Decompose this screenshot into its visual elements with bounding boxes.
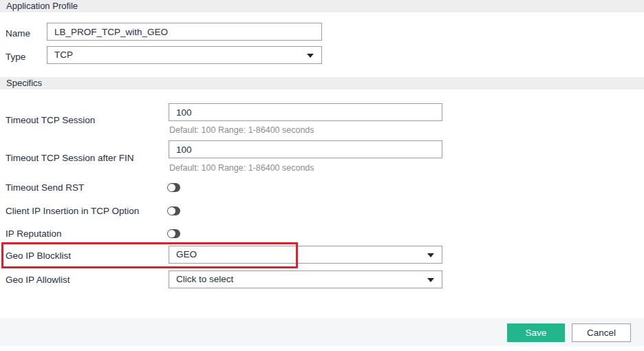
client-ip-insertion-toggle[interactable] <box>167 206 180 215</box>
name-label: Name <box>6 28 30 39</box>
toggle-knob <box>168 230 175 237</box>
toggle-knob <box>168 184 175 191</box>
geo-ip-blocklist-label: Geo IP Blocklist <box>6 251 71 261</box>
save-button[interactable]: Save <box>507 323 565 342</box>
type-select[interactable]: TCP <box>47 46 322 64</box>
timeout-send-rst-label: Timeout Send RST <box>6 182 84 193</box>
application-profile-form: Application Profile Name Type TCP Specif… <box>0 0 644 351</box>
cancel-button[interactable]: Cancel <box>572 323 631 342</box>
geo-ip-blocklist-select[interactable]: GEO <box>169 246 442 264</box>
name-input[interactable] <box>47 23 322 41</box>
timeout-tcp-session-label: Timeout TCP Session <box>6 115 95 125</box>
timeout-send-rst-toggle[interactable] <box>167 183 180 192</box>
geo-ip-allowlist-value: Click to select <box>176 274 233 284</box>
chevron-down-icon <box>427 253 434 257</box>
type-label: Type <box>6 52 25 62</box>
timeout-tcp-session-help: Default: 100 Range: 1-86400 seconds <box>169 125 314 135</box>
ip-reputation-label: IP Reputation <box>6 228 62 239</box>
chevron-down-icon <box>307 54 314 58</box>
geo-ip-blocklist-value: GEO <box>176 249 197 259</box>
client-ip-insertion-label: Client IP Insertion in TCP Option <box>6 206 139 216</box>
specifics-section-title: Specifics <box>0 77 644 89</box>
timeout-tcp-session-after-fin-help: Default: 100 Range: 1-86400 seconds <box>169 163 314 173</box>
page-title: Application Profile <box>0 0 644 12</box>
timeout-tcp-session-after-fin-input[interactable] <box>169 140 442 158</box>
toggle-knob <box>168 207 175 215</box>
geo-ip-allowlist-select[interactable]: Click to select <box>169 270 442 288</box>
chevron-down-icon <box>427 278 434 282</box>
timeout-tcp-session-input[interactable] <box>169 103 442 121</box>
ip-reputation-toggle[interactable] <box>167 229 180 238</box>
timeout-tcp-session-after-fin-label: Timeout TCP Session after FIN <box>6 153 134 163</box>
type-select-value: TCP <box>54 50 73 60</box>
geo-ip-allowlist-label: Geo IP Allowlist <box>6 275 70 285</box>
